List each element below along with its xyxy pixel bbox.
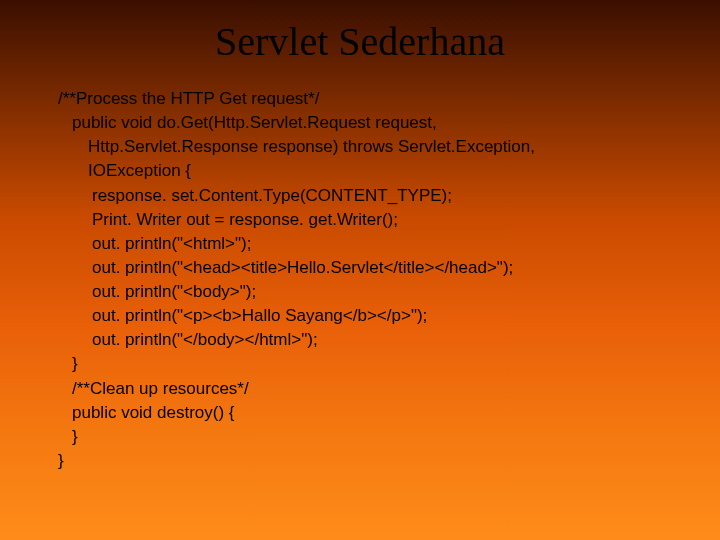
code-line: out. println("</body></html>"); xyxy=(58,328,680,352)
code-line: out. println("<head><title>Hello.Servlet… xyxy=(58,256,680,280)
code-block: /**Process the HTTP Get request*/public … xyxy=(40,87,680,473)
slide: Servlet Sederhana /**Process the HTTP Ge… xyxy=(0,0,720,540)
code-line: /**Clean up resources*/ xyxy=(58,377,680,401)
code-line: } xyxy=(58,425,680,449)
code-line: response. set.Content.Type(CONTENT_TYPE)… xyxy=(58,184,680,208)
code-line: /**Process the HTTP Get request*/ xyxy=(58,87,680,111)
code-line: out. println("<p><b>Hallo Sayang</b></p>… xyxy=(58,304,680,328)
code-line: public void destroy() { xyxy=(58,401,680,425)
code-line: out. println("<html>"); xyxy=(58,232,680,256)
code-line: } xyxy=(58,449,680,473)
code-line: Http.Servlet.Response response) throws S… xyxy=(58,135,680,159)
code-line: public void do.Get(Http.Servlet.Request … xyxy=(58,111,680,135)
code-line: } xyxy=(58,352,680,376)
slide-title: Servlet Sederhana xyxy=(40,18,680,65)
code-line: out. println("<body>"); xyxy=(58,280,680,304)
code-line: Print. Writer out = response. get.Writer… xyxy=(58,208,680,232)
code-line: IOException { xyxy=(58,159,680,183)
